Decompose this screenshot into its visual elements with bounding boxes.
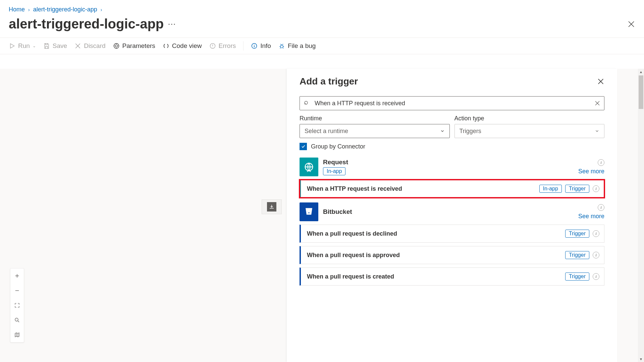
discard-button[interactable]: Discard (74, 42, 105, 50)
save-button[interactable]: Save (43, 42, 67, 50)
info-button[interactable]: Info (251, 42, 271, 50)
chevron-right-icon: › (28, 7, 30, 12)
scrollbar[interactable]: ▲ ▼ (638, 69, 644, 362)
info-icon[interactable]: i (593, 273, 599, 280)
inapp-badge: In-app (323, 167, 345, 175)
see-more-link[interactable]: See more (578, 168, 604, 175)
connector-name: Request (323, 159, 574, 166)
trigger-badge: Trigger (565, 273, 589, 281)
actiontype-select[interactable]: Triggers (454, 124, 605, 138)
svg-point-5 (15, 318, 18, 321)
zoom-out-button[interactable] (10, 283, 24, 298)
chevron-down-icon: ⌄ (33, 44, 36, 48)
trigger-badge: Trigger (565, 230, 589, 238)
filebug-button[interactable]: File a bug (278, 42, 316, 50)
info-icon (251, 43, 258, 49)
trigger-badge: Trigger (565, 251, 589, 259)
download-icon (267, 202, 276, 212)
trigger-pr-declined[interactable]: When a pull request is declined Trigger … (300, 225, 604, 243)
breadcrumb-item[interactable]: alert-triggered-logic-app (33, 6, 97, 13)
trigger-pr-created[interactable]: When a pull request is created Trigger i (300, 267, 604, 286)
canvas-add-placeholder[interactable] (262, 199, 282, 214)
scroll-up-icon[interactable]: ▲ (638, 69, 644, 75)
chevron-down-icon (440, 129, 445, 133)
inapp-badge: In-app (539, 185, 562, 193)
play-icon (9, 43, 15, 49)
svg-point-1 (114, 44, 119, 49)
codeview-button[interactable]: Code view (163, 42, 202, 50)
info-icon[interactable]: i (593, 230, 599, 237)
chevron-down-icon (595, 129, 599, 133)
toolbar: Run ⌄ Save Discard Parameters Code view … (0, 38, 644, 54)
chevron-right-icon: › (101, 7, 102, 12)
request-icon (300, 158, 318, 176)
page-title: alert-triggered-logic-app (9, 16, 164, 32)
connector-request: Request In-app i See more When a HTTP re… (300, 158, 604, 198)
error-icon (209, 43, 216, 49)
search-input[interactable] (300, 96, 604, 110)
trigger-badge: Trigger (565, 185, 589, 193)
actiontype-filter: Action type Triggers (454, 115, 605, 138)
group-by-row: Group by Connector (300, 143, 604, 150)
scroll-down-icon[interactable]: ▼ (638, 356, 644, 362)
zoom-controls (10, 268, 24, 343)
info-icon[interactable]: i (598, 159, 604, 166)
breadcrumb-home[interactable]: Home (9, 6, 25, 13)
bug-icon (278, 43, 285, 49)
actiontype-label: Action type (454, 115, 605, 122)
code-icon (163, 43, 169, 49)
groupby-label: Group by Connector (311, 143, 365, 150)
connector-bitbucket: Bitbucket i See more When a pull request… (300, 202, 604, 286)
groupby-checkbox[interactable] (300, 143, 307, 150)
close-icon (74, 43, 81, 49)
separator (243, 41, 244, 51)
svg-point-8 (308, 212, 309, 213)
panel-title: Add a trigger (300, 76, 358, 87)
trigger-pr-approved[interactable]: When a pull request is approved Trigger … (300, 246, 604, 264)
svg-point-0 (115, 45, 117, 47)
scroll-thumb[interactable] (639, 75, 643, 109)
save-icon (43, 43, 50, 49)
run-button[interactable]: Run ⌄ (9, 42, 36, 50)
parameters-button[interactable]: Parameters (113, 42, 155, 50)
zoom-in-button[interactable] (10, 268, 24, 283)
title-row: alert-triggered-logic-app ⋯ (0, 13, 644, 38)
info-icon[interactable]: i (593, 185, 599, 192)
trigger-http-request[interactable]: When a HTTP request is received In-app T… (300, 180, 604, 198)
fit-button[interactable] (10, 298, 24, 313)
search-icon (304, 100, 310, 106)
see-more-link[interactable]: See more (578, 213, 604, 220)
info-icon[interactable]: i (598, 204, 604, 211)
bitbucket-icon (300, 202, 318, 221)
search-wrap (300, 96, 604, 110)
runtime-filter: Runtime Select a runtime (300, 115, 450, 138)
minimap-button[interactable] (10, 327, 24, 342)
svg-point-4 (280, 45, 283, 48)
add-trigger-panel: Add a trigger Runtime Select a runtime A… (287, 69, 617, 362)
connector-name: Bitbucket (323, 208, 574, 216)
clear-icon[interactable] (594, 100, 600, 106)
parameters-icon (113, 43, 120, 49)
runtime-select[interactable]: Select a runtime (300, 124, 450, 138)
breadcrumb: Home › alert-triggered-logic-app › (0, 0, 644, 13)
search-button[interactable] (10, 313, 24, 327)
close-icon[interactable] (627, 20, 635, 28)
close-icon[interactable] (597, 78, 604, 85)
runtime-label: Runtime (300, 115, 450, 122)
more-button[interactable]: ⋯ (168, 19, 176, 29)
errors-button[interactable]: Errors (209, 42, 236, 50)
info-icon[interactable]: i (593, 252, 599, 258)
